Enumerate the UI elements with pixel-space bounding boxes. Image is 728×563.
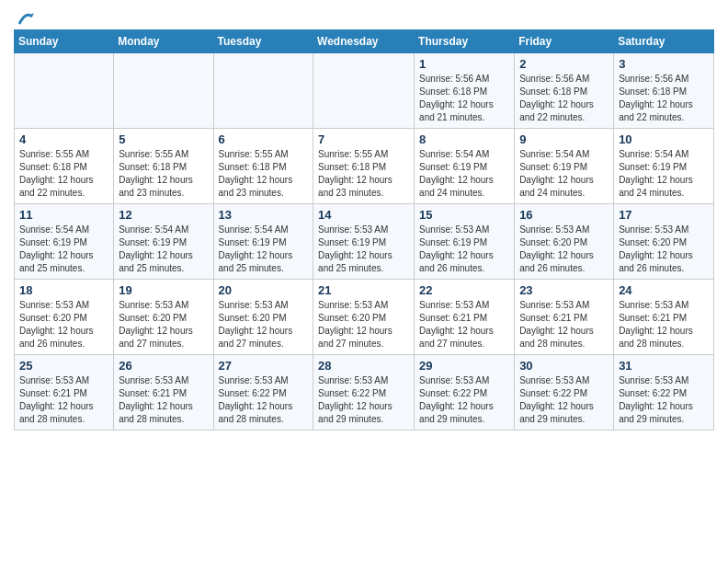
day-cell: 12Sunrise: 5:54 AM Sunset: 6:19 PM Dayli… xyxy=(114,204,213,280)
day-cell xyxy=(213,53,313,129)
day-cell: 6Sunrise: 5:55 AM Sunset: 6:18 PM Daylig… xyxy=(213,129,313,204)
day-number: 9 xyxy=(519,132,609,146)
day-number: 16 xyxy=(519,208,609,222)
day-info: Sunrise: 5:53 AM Sunset: 6:21 PM Dayligh… xyxy=(619,299,709,350)
day-info: Sunrise: 5:53 AM Sunset: 6:20 PM Dayligh… xyxy=(219,299,309,350)
day-number: 27 xyxy=(219,359,309,373)
day-info: Sunrise: 5:54 AM Sunset: 6:19 PM Dayligh… xyxy=(119,224,208,275)
day-info: Sunrise: 5:53 AM Sunset: 6:21 PM Dayligh… xyxy=(19,374,108,426)
week-row-2: 4Sunrise: 5:55 AM Sunset: 6:18 PM Daylig… xyxy=(15,129,714,204)
day-cell xyxy=(313,53,415,129)
day-cell: 4Sunrise: 5:55 AM Sunset: 6:18 PM Daylig… xyxy=(15,129,114,204)
day-cell: 24Sunrise: 5:53 AM Sunset: 6:21 PM Dayli… xyxy=(614,280,714,355)
day-number: 22 xyxy=(419,283,509,297)
day-number: 4 xyxy=(19,132,108,146)
col-header-monday: Monday xyxy=(114,30,213,53)
day-cell: 28Sunrise: 5:53 AM Sunset: 6:22 PM Dayli… xyxy=(313,355,415,431)
week-row-4: 18Sunrise: 5:53 AM Sunset: 6:20 PM Dayli… xyxy=(15,280,714,355)
logo xyxy=(14,9,36,24)
day-info: Sunrise: 5:53 AM Sunset: 6:20 PM Dayligh… xyxy=(19,299,108,350)
day-cell xyxy=(114,53,213,129)
day-info: Sunrise: 5:53 AM Sunset: 6:20 PM Dayligh… xyxy=(119,299,208,350)
day-cell: 5Sunrise: 5:55 AM Sunset: 6:18 PM Daylig… xyxy=(114,129,213,204)
day-cell: 11Sunrise: 5:54 AM Sunset: 6:19 PM Dayli… xyxy=(15,204,114,280)
day-number: 20 xyxy=(219,283,309,297)
col-header-thursday: Thursday xyxy=(415,30,515,53)
day-cell: 19Sunrise: 5:53 AM Sunset: 6:20 PM Dayli… xyxy=(114,280,213,355)
logo-icon xyxy=(16,7,36,28)
day-cell: 9Sunrise: 5:54 AM Sunset: 6:19 PM Daylig… xyxy=(515,129,614,204)
day-number: 3 xyxy=(619,57,709,71)
day-info: Sunrise: 5:54 AM Sunset: 6:19 PM Dayligh… xyxy=(619,148,709,200)
day-number: 23 xyxy=(519,283,609,297)
day-cell: 20Sunrise: 5:53 AM Sunset: 6:20 PM Dayli… xyxy=(213,280,313,355)
week-row-3: 11Sunrise: 5:54 AM Sunset: 6:19 PM Dayli… xyxy=(15,204,714,280)
day-info: Sunrise: 5:54 AM Sunset: 6:19 PM Dayligh… xyxy=(19,224,108,275)
day-info: Sunrise: 5:53 AM Sunset: 6:20 PM Dayligh… xyxy=(318,299,409,350)
day-cell: 23Sunrise: 5:53 AM Sunset: 6:21 PM Dayli… xyxy=(515,280,614,355)
col-header-friday: Friday xyxy=(515,30,614,53)
page-container: SundayMondayTuesdayWednesdayThursdayFrid… xyxy=(0,0,728,440)
day-cell: 22Sunrise: 5:53 AM Sunset: 6:21 PM Dayli… xyxy=(415,280,515,355)
day-cell: 7Sunrise: 5:55 AM Sunset: 6:18 PM Daylig… xyxy=(313,129,415,204)
day-number: 17 xyxy=(619,208,709,222)
day-number: 13 xyxy=(219,208,309,222)
day-info: Sunrise: 5:56 AM Sunset: 6:18 PM Dayligh… xyxy=(619,73,709,124)
day-cell: 1Sunrise: 5:56 AM Sunset: 6:18 PM Daylig… xyxy=(415,53,515,129)
day-info: Sunrise: 5:56 AM Sunset: 6:18 PM Dayligh… xyxy=(419,73,509,124)
day-number: 25 xyxy=(19,359,108,373)
day-number: 14 xyxy=(318,208,409,222)
day-info: Sunrise: 5:53 AM Sunset: 6:22 PM Dayligh… xyxy=(219,374,309,426)
day-info: Sunrise: 5:53 AM Sunset: 6:22 PM Dayligh… xyxy=(419,374,509,426)
day-number: 29 xyxy=(419,359,509,373)
day-number: 12 xyxy=(119,208,208,222)
day-info: Sunrise: 5:53 AM Sunset: 6:22 PM Dayligh… xyxy=(519,374,609,426)
day-number: 15 xyxy=(419,208,509,222)
day-cell: 13Sunrise: 5:54 AM Sunset: 6:19 PM Dayli… xyxy=(213,204,313,280)
day-number: 5 xyxy=(119,132,208,146)
day-number: 1 xyxy=(419,57,509,71)
day-cell: 17Sunrise: 5:53 AM Sunset: 6:20 PM Dayli… xyxy=(614,204,714,280)
day-number: 26 xyxy=(119,359,208,373)
day-cell: 29Sunrise: 5:53 AM Sunset: 6:22 PM Dayli… xyxy=(415,355,515,431)
day-info: Sunrise: 5:53 AM Sunset: 6:21 PM Dayligh… xyxy=(119,374,208,426)
day-cell: 21Sunrise: 5:53 AM Sunset: 6:20 PM Dayli… xyxy=(313,280,415,355)
day-number: 10 xyxy=(619,132,709,146)
day-number: 30 xyxy=(519,359,609,373)
day-cell: 3Sunrise: 5:56 AM Sunset: 6:18 PM Daylig… xyxy=(614,53,714,129)
header xyxy=(14,9,714,24)
day-number: 19 xyxy=(119,283,208,297)
day-number: 6 xyxy=(219,132,309,146)
week-row-1: 1Sunrise: 5:56 AM Sunset: 6:18 PM Daylig… xyxy=(15,53,714,129)
day-info: Sunrise: 5:54 AM Sunset: 6:19 PM Dayligh… xyxy=(219,224,309,275)
day-info: Sunrise: 5:53 AM Sunset: 6:21 PM Dayligh… xyxy=(519,299,609,350)
day-info: Sunrise: 5:53 AM Sunset: 6:20 PM Dayligh… xyxy=(519,224,609,275)
day-number: 11 xyxy=(19,208,108,222)
day-number: 28 xyxy=(318,359,409,373)
day-cell: 8Sunrise: 5:54 AM Sunset: 6:19 PM Daylig… xyxy=(415,129,515,204)
day-info: Sunrise: 5:53 AM Sunset: 6:22 PM Dayligh… xyxy=(619,374,709,426)
day-info: Sunrise: 5:53 AM Sunset: 6:19 PM Dayligh… xyxy=(419,224,509,275)
day-cell: 26Sunrise: 5:53 AM Sunset: 6:21 PM Dayli… xyxy=(114,355,213,431)
day-info: Sunrise: 5:55 AM Sunset: 6:18 PM Dayligh… xyxy=(119,148,208,200)
day-number: 2 xyxy=(519,57,609,71)
col-header-sunday: Sunday xyxy=(15,30,114,53)
col-header-saturday: Saturday xyxy=(614,30,714,53)
col-header-wednesday: Wednesday xyxy=(313,30,415,53)
col-header-tuesday: Tuesday xyxy=(213,30,313,53)
day-cell: 31Sunrise: 5:53 AM Sunset: 6:22 PM Dayli… xyxy=(614,355,714,431)
day-cell: 18Sunrise: 5:53 AM Sunset: 6:20 PM Dayli… xyxy=(15,280,114,355)
day-info: Sunrise: 5:55 AM Sunset: 6:18 PM Dayligh… xyxy=(19,148,108,200)
day-cell: 15Sunrise: 5:53 AM Sunset: 6:19 PM Dayli… xyxy=(415,204,515,280)
day-number: 24 xyxy=(619,283,709,297)
day-info: Sunrise: 5:53 AM Sunset: 6:19 PM Dayligh… xyxy=(318,224,409,275)
day-info: Sunrise: 5:53 AM Sunset: 6:20 PM Dayligh… xyxy=(619,224,709,275)
day-info: Sunrise: 5:55 AM Sunset: 6:18 PM Dayligh… xyxy=(219,148,309,200)
day-cell: 10Sunrise: 5:54 AM Sunset: 6:19 PM Dayli… xyxy=(614,129,714,204)
day-number: 8 xyxy=(419,132,509,146)
day-cell: 14Sunrise: 5:53 AM Sunset: 6:19 PM Dayli… xyxy=(313,204,415,280)
day-number: 18 xyxy=(19,283,108,297)
day-info: Sunrise: 5:53 AM Sunset: 6:22 PM Dayligh… xyxy=(318,374,409,426)
week-row-5: 25Sunrise: 5:53 AM Sunset: 6:21 PM Dayli… xyxy=(15,355,714,431)
day-number: 7 xyxy=(318,132,409,146)
